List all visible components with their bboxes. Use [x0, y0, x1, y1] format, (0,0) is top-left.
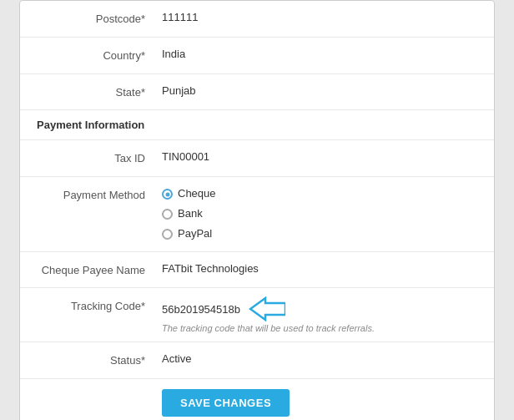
payment-method-options: Cheque Bank PayPal	[162, 185, 477, 242]
radio-paypal-circle[interactable]	[162, 229, 173, 240]
tracking-value-col: 56b201954518b The tracking code that wil…	[162, 296, 477, 333]
radio-cheque-label: Cheque	[178, 185, 216, 203]
status-label: Status*	[37, 351, 162, 370]
cheque-payee-label: Cheque Payee Name	[37, 261, 162, 280]
tracking-code-line: 56b201954518b	[162, 296, 477, 321]
radio-group: Cheque Bank PayPal	[162, 185, 477, 242]
status-value: Active	[162, 351, 477, 368]
radio-paypal-label: PayPal	[178, 225, 212, 243]
svg-marker-0	[250, 298, 285, 320]
state-value: Punjab	[162, 83, 477, 100]
radio-paypal[interactable]: PayPal	[162, 225, 477, 243]
save-row: SAVE CHANGES	[20, 379, 494, 420]
radio-bank[interactable]: Bank	[162, 205, 477, 223]
postcode-value: 111111	[162, 9, 477, 27]
country-value: India	[162, 46, 477, 63]
radio-bank-circle[interactable]	[162, 209, 173, 220]
save-changes-button[interactable]: SAVE CHANGES	[162, 389, 290, 417]
radio-bank-label: Bank	[178, 205, 203, 223]
tax-id-value: TIN00001	[162, 149, 477, 166]
tax-id-row: Tax ID TIN00001	[20, 140, 494, 177]
country-row: Country* India	[20, 38, 494, 74]
radio-cheque[interactable]: Cheque	[162, 185, 477, 203]
tracking-code-row: Tracking Code* 56b201954518b The trackin…	[20, 288, 494, 342]
arrow-left-icon	[249, 296, 285, 321]
payment-info-header: Payment Information	[20, 110, 494, 140]
tracking-hint: The tracking code that will be used to t…	[162, 323, 477, 333]
state-row: State* Punjab	[20, 74, 494, 111]
tracking-code-label: Tracking Code*	[37, 296, 162, 316]
radio-cheque-circle[interactable]	[162, 189, 173, 200]
postcode-row: Postcode* 111111	[20, 1, 494, 38]
postcode-label: Postcode*	[37, 9, 162, 28]
country-label: Country*	[37, 46, 162, 65]
status-row: Status* Active	[20, 342, 494, 379]
tax-id-label: Tax ID	[37, 149, 162, 168]
payment-method-label: Payment Method	[37, 185, 162, 205]
payment-method-row: Payment Method Cheque Bank PayPal	[20, 177, 494, 251]
cheque-payee-row: Cheque Payee Name FATbit Technologies	[20, 252, 494, 289]
form-card: Postcode* 111111 Country* India State* P…	[19, 0, 495, 420]
cheque-payee-value: FATbit Technologies	[162, 261, 477, 278]
tracking-code-text: 56b201954518b	[162, 303, 240, 316]
state-label: State*	[37, 83, 162, 102]
